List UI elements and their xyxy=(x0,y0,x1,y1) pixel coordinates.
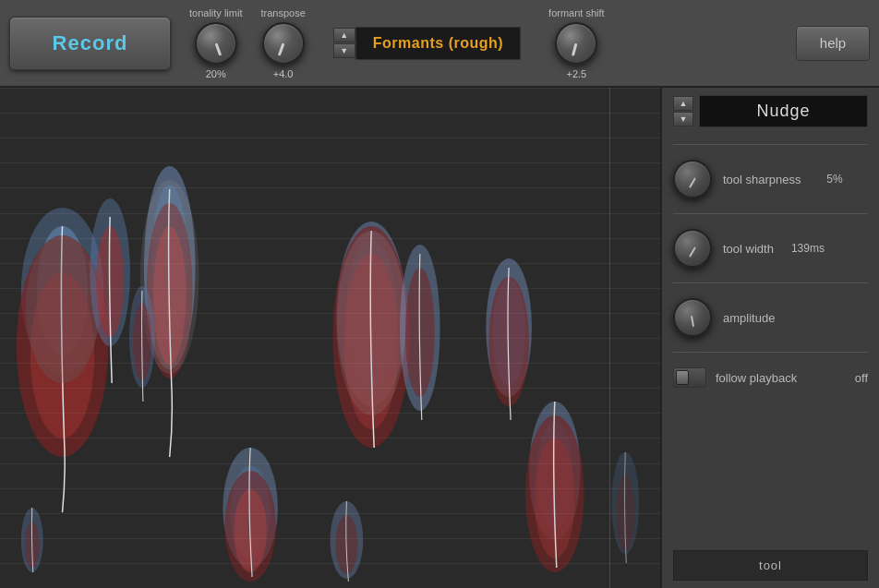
record-label: Record xyxy=(53,31,128,55)
formants-display: Formants (rough) xyxy=(355,27,521,60)
transpose-value: +4.0 xyxy=(273,68,294,79)
tool-sharpness-row: tool sharpness 5% xyxy=(673,156,868,202)
formants-arrow-up[interactable]: ▲ xyxy=(333,28,355,42)
nudge-down-button[interactable]: ▼ xyxy=(673,112,693,126)
tool-sharpness-value: 5% xyxy=(811,173,843,186)
follow-playback-value: off xyxy=(855,371,868,385)
nudge-down-icon: ▼ xyxy=(680,114,688,124)
tool-sharpness-knob[interactable] xyxy=(673,160,712,198)
toggle-thumb xyxy=(676,370,689,385)
amplitude-knob[interactable] xyxy=(673,298,712,337)
amplitude-row: amplitude xyxy=(673,294,868,341)
follow-playback-label: follow playback xyxy=(716,371,797,385)
tool-label: tool xyxy=(759,558,782,572)
record-button[interactable]: Record xyxy=(9,17,171,70)
top-bar: Record tonality limit 20% transpose +4.0… xyxy=(0,0,879,88)
separator-2 xyxy=(673,213,868,214)
tool-width-info: tool width 139ms xyxy=(723,242,825,256)
tool-footer: tool xyxy=(673,550,868,581)
tool-sharpness-label: tool sharpness xyxy=(723,173,801,186)
help-label: help xyxy=(820,35,846,51)
follow-playback-row: follow playback off xyxy=(673,364,868,391)
formants-arrows: ▲ ▼ xyxy=(333,28,355,58)
svg-point-5 xyxy=(26,235,99,383)
help-button[interactable]: help xyxy=(796,26,870,61)
follow-playback-toggle[interactable] xyxy=(673,367,706,388)
svg-point-19 xyxy=(336,231,405,415)
tool-width-label: tool width xyxy=(723,242,774,256)
tonality-limit-knob[interactable] xyxy=(195,22,237,65)
formant-shift-knob[interactable] xyxy=(555,22,597,65)
formant-shift-label: formant shift xyxy=(548,7,605,18)
nudge-section: ▲ ▼ Nudge xyxy=(673,95,868,127)
formants-selector: ▲ ▼ Formants (rough) xyxy=(333,27,521,60)
tool-width-knob[interactable] xyxy=(673,229,712,268)
nudge-up-icon: ▲ xyxy=(680,99,688,108)
waveform-svg xyxy=(0,88,660,588)
formant-shift-group: formant shift +2.5 xyxy=(548,7,605,79)
nudge-arrows: ▲ ▼ xyxy=(673,96,693,126)
tool-sharpness-info: tool sharpness 5% xyxy=(723,173,843,186)
amplitude-info: amplitude xyxy=(723,311,775,325)
nudge-up-button[interactable]: ▲ xyxy=(673,96,693,111)
main-area: ▲ ▼ Nudge tool sharpness 5% too xyxy=(0,88,879,588)
transpose-knob[interactable] xyxy=(262,22,305,65)
tool-width-value: 139ms xyxy=(783,242,825,255)
tonality-limit-label: tonality limit xyxy=(189,7,242,18)
separator-3 xyxy=(673,282,868,283)
arrow-up-icon: ▲ xyxy=(340,30,348,40)
formants-arrow-down[interactable]: ▼ xyxy=(333,43,355,58)
separator-4 xyxy=(673,352,868,353)
tool-width-row: tool width 139ms xyxy=(673,225,868,271)
tonality-limit-value: 20% xyxy=(206,68,226,79)
formant-shift-value: +2.5 xyxy=(567,68,587,79)
vertical-separator xyxy=(609,88,610,588)
transpose-group: transpose +4.0 xyxy=(260,7,305,79)
arrow-down-icon: ▼ xyxy=(340,46,348,55)
formants-row: ▲ ▼ Formants (rough) xyxy=(333,27,521,60)
waveform-area[interactable] xyxy=(0,88,662,588)
tonality-limit-group: tonality limit 20% xyxy=(189,7,242,79)
nudge-display: Nudge xyxy=(699,95,868,127)
amplitude-label: amplitude xyxy=(723,311,775,325)
separator-1 xyxy=(673,144,868,145)
right-panel: ▲ ▼ Nudge tool sharpness 5% too xyxy=(662,88,879,588)
transpose-label: transpose xyxy=(260,7,305,18)
